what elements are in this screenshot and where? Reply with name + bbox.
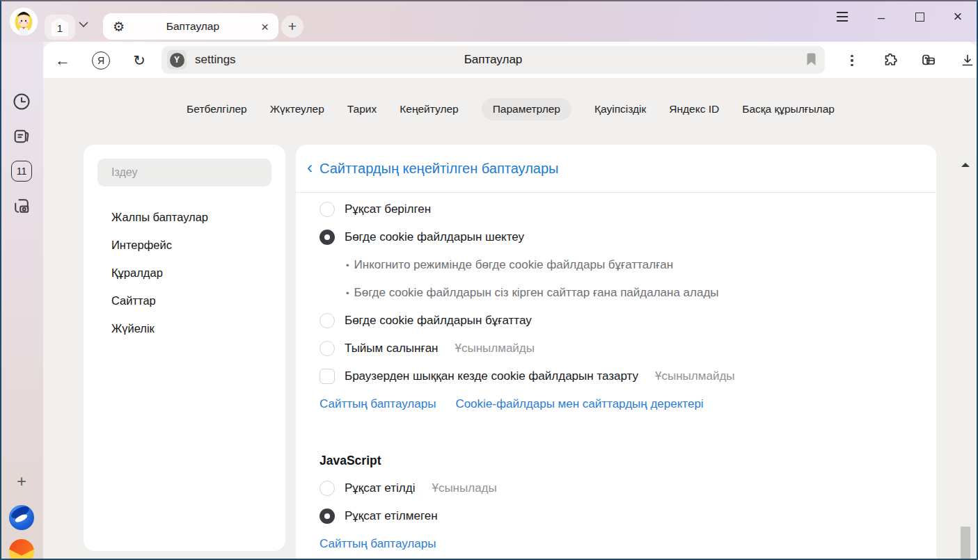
tab-close-icon[interactable]: ×	[261, 20, 269, 33]
radio-unchecked[interactable]	[320, 313, 335, 328]
option-label: Бөгде cookie файлдарын шектеу	[345, 230, 524, 244]
radio-checked[interactable]	[320, 509, 335, 524]
page-header: ‹ Сайттардың кеңейтілген баптаулары	[296, 145, 936, 193]
tab-group-chip[interactable]: 1	[45, 15, 75, 40]
chevron-down-icon[interactable]	[79, 18, 88, 31]
settings-content: Рұқсат берілген Бөгде cookie файлдарын ш…	[296, 193, 936, 558]
search-input[interactable]	[97, 159, 271, 186]
tab-group-badge: 1	[52, 18, 68, 36]
sidebar-item-system[interactable]: Жүйелік	[84, 314, 285, 342]
avatar-illustration	[10, 8, 38, 35]
javascript-section-heading: JavaScript	[320, 447, 913, 474]
option-label: Тыйым салынған	[345, 342, 439, 355]
nav-tab-extensions[interactable]: Кеңейтулер	[400, 98, 458, 120]
refresh-icon[interactable]: ↻	[129, 51, 149, 70]
option-label: Браузерден шыққан кезде cookie файлдарын…	[345, 369, 638, 383]
screenshot-camera-icon[interactable]	[11, 195, 32, 216]
option-hint: Ұсынылады	[432, 481, 496, 495]
detail-text: Инкогнито режимінде бөгде cookie файлдар…	[354, 258, 674, 272]
scroll-up-icon[interactable]	[961, 163, 970, 167]
nav-tab-settings[interactable]: Параметрлер	[482, 98, 571, 120]
titlebar: 1 ⚙ Баптаулар × + – ×	[0, 0, 978, 42]
cookie-option-restrict[interactable]: Бөгде cookie файлдарын шектеу	[320, 223, 913, 251]
sidebar-item-tools[interactable]: Құралдар	[84, 259, 285, 287]
settings-page: Бетбелгілер Жүктеулер Тарих Кеңейтулер П…	[43, 78, 978, 560]
yandex-search-icon[interactable]: Я	[91, 51, 111, 70]
option-hint: Ұсынылмайды	[655, 369, 734, 383]
settings-sidebar-list: Жалпы баптаулар Интерфейс Құралдар Сайтт…	[84, 203, 285, 342]
nav-tab-downloads[interactable]: Жүктеулер	[270, 98, 324, 120]
js-option-blocked[interactable]: Рұқсат етілмеген	[320, 502, 913, 530]
radio-unchecked[interactable]	[320, 341, 335, 356]
sidebar-item-sites[interactable]: Сайттар	[84, 287, 285, 314]
sidebar-rail: 11 +	[0, 42, 43, 560]
js-option-allowed[interactable]: Рұқсат етілді Ұсынылады	[320, 474, 913, 502]
site-settings-link[interactable]: Сайттың баптаулары	[320, 397, 436, 411]
radio-unchecked[interactable]	[320, 481, 335, 496]
add-panel-icon[interactable]: +	[11, 471, 32, 492]
nav-tab-security[interactable]: Қауіпсіздік	[594, 98, 646, 120]
option-label: Рұқсат етілмеген	[345, 509, 438, 523]
bullet-icon: •	[346, 288, 349, 298]
option-label: Рұқсат етілді	[345, 481, 415, 495]
settings-sidebar: Жалпы баптаулар Интерфейс Құралдар Сайтт…	[84, 145, 285, 551]
address-bar[interactable]: Y settings Баптаулар	[161, 46, 825, 74]
cookie-detail-visited: • Бөгде cookie файлдарын сіз кірген сайт…	[320, 279, 913, 307]
window-menu-icon[interactable]	[834, 8, 851, 25]
cookie-clear-on-exit[interactable]: Браузерден шыққан кезде cookie файлдарын…	[320, 362, 913, 390]
tab-title: Баптаулар	[125, 20, 261, 33]
tab-settings[interactable]: ⚙ Баптаулар ×	[103, 13, 278, 40]
window-minimize-button[interactable]: –	[873, 8, 890, 25]
yandex-browser-logo[interactable]	[9, 505, 34, 530]
tabs-counter-badge[interactable]: 11	[11, 161, 32, 182]
downloads-icon[interactable]	[958, 51, 977, 70]
scrollbar[interactable]	[956, 156, 975, 560]
site-settings-link[interactable]: Сайттың баптаулары	[320, 537, 436, 551]
bookmark-icon[interactable]	[806, 53, 817, 69]
nav-tab-yandex-id[interactable]: Яндекс ID	[669, 98, 719, 120]
back-chevron-icon[interactable]: ‹	[307, 159, 313, 176]
radio-checked[interactable]	[320, 230, 335, 245]
settings-top-nav: Бетбелгілер Жүктеулер Тарих Кеңейтулер П…	[43, 97, 978, 122]
nav-tab-history[interactable]: Тарих	[347, 98, 377, 120]
settings-main-panel: ‹ Сайттардың кеңейтілген баптаулары Рұқс…	[296, 145, 936, 560]
window-maximize-button[interactable]	[911, 8, 928, 25]
cookies-and-site-data-link[interactable]: Cookie-файлдары мен сайттардың деректері	[455, 397, 703, 411]
window-close-button[interactable]: ×	[949, 8, 966, 25]
cookie-detail-incognito: • Инкогнито режимінде бөгде cookie файлд…	[320, 251, 913, 279]
option-label: Рұқсат берілген	[345, 202, 431, 216]
sidebar-item-interface[interactable]: Интерфейс	[84, 231, 285, 259]
profile-avatar[interactable]	[10, 8, 38, 35]
js-links: Сайттың баптаулары	[320, 530, 913, 558]
yandex-mail-logo[interactable]	[9, 539, 34, 560]
option-label: Бөгде cookie файлдарын бұғаттау	[345, 314, 532, 328]
detail-text: Бөгде cookie файлдарын сіз кірген сайтта…	[354, 286, 719, 300]
browser-window: 1 ⚙ Баптаулар × + – × 11 +	[0, 0, 978, 560]
scroll-gutter	[938, 156, 977, 560]
sidebar-item-general[interactable]: Жалпы баптаулар	[84, 203, 285, 231]
nav-tab-other-devices[interactable]: Басқа құрылғылар	[742, 98, 835, 120]
nav-tab-bookmarks[interactable]: Бетбелгілер	[187, 98, 247, 120]
radio-unchecked[interactable]	[320, 202, 335, 217]
cookie-option-block[interactable]: Бөгде cookie файлдарын бұғаттау	[320, 307, 913, 335]
checkbox-unchecked[interactable]	[320, 369, 335, 384]
back-icon[interactable]: ←	[53, 51, 72, 70]
scrollbar-thumb[interactable]	[961, 527, 970, 560]
cookie-links: Сайттың баптаулары Cookie-файлдары мен с…	[320, 390, 913, 418]
history-icon[interactable]	[11, 91, 32, 112]
toolbar: ← Я ↻ Y settings Баптаулар	[43, 42, 978, 78]
notes-icon[interactable]	[11, 126, 32, 147]
option-hint: Ұсынылмайды	[455, 342, 535, 355]
gear-icon: ⚙	[113, 20, 125, 33]
cookie-option-allowed[interactable]: Рұқсат берілген	[320, 195, 913, 223]
address-page-title: Баптаулар	[161, 46, 825, 74]
extensions-icon[interactable]	[881, 51, 900, 70]
yandex-letter: Я	[92, 51, 110, 70]
new-tab-button[interactable]: +	[281, 15, 303, 38]
page-title[interactable]: Сайттардың кеңейтілген баптаулары	[320, 161, 558, 177]
browser-menu-icon[interactable]	[842, 51, 862, 70]
cards-wallet-icon[interactable]	[919, 51, 938, 70]
bullet-icon: •	[346, 260, 349, 271]
cookie-option-forbidden[interactable]: Тыйым салынған Ұсынылмайды	[320, 335, 913, 362]
